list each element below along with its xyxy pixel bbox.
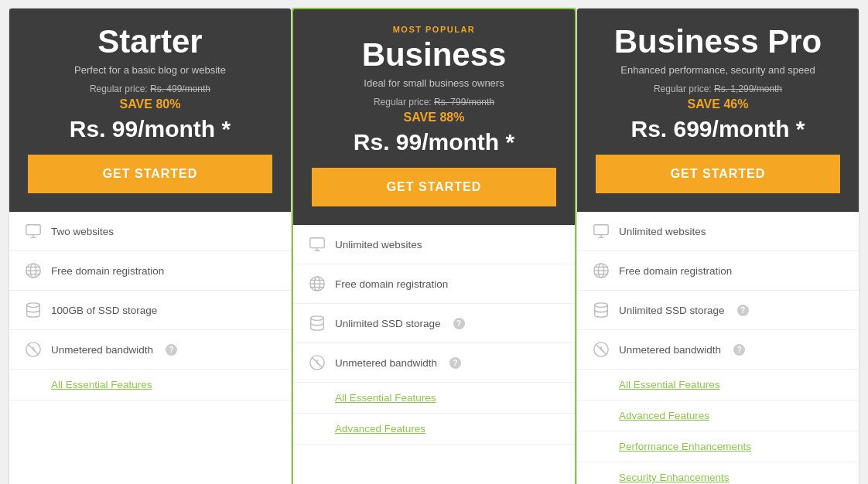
svg-rect-20 — [594, 225, 608, 235]
feature-link-all-essential-features[interactable]: All Essential Features — [9, 370, 291, 400]
domain-icon — [25, 262, 42, 279]
plan-tagline: Enhanced performance, security and speed — [596, 64, 840, 76]
plan-name: Business — [312, 37, 556, 73]
feature-item: Unlimited websites — [293, 225, 575, 264]
help-icon[interactable]: ? — [166, 344, 177, 356]
feature-link-advanced-features[interactable]: Advanced Features — [577, 400, 859, 431]
feature-item: Free domain registration — [577, 251, 859, 291]
domain-icon — [309, 275, 326, 292]
help-icon[interactable]: ? — [733, 344, 745, 356]
feature-text: Free domain registration — [51, 265, 164, 277]
plan-card-business: MOST POPULARBusinessIdeal for small busi… — [292, 8, 576, 484]
feature-item: Unmetered bandwidth? — [577, 330, 859, 370]
feature-item: Unlimited SSD storage? — [293, 304, 575, 343]
regular-price: Regular price: Rs. 499/month — [28, 84, 272, 94]
plan-features: Unlimited websites Free domain registrat… — [293, 225, 575, 445]
feature-text: Unlimited SSD storage — [335, 318, 441, 329]
svg-rect-10 — [310, 238, 324, 248]
feature-text: Unlimited SSD storage — [619, 305, 725, 316]
feature-item: Free domain registration — [9, 251, 291, 291]
svg-point-18 — [311, 316, 324, 321]
feature-text: Unmetered bandwidth — [335, 357, 437, 369]
get-started-button[interactable]: GET STARTED — [28, 155, 272, 193]
feature-link-security-enhancements[interactable]: Security Enhancements — [577, 462, 859, 484]
feature-item: Unlimited SSD storage? — [577, 291, 859, 330]
plan-features: Two websites Free domain registration 10… — [9, 212, 291, 400]
websites-icon — [25, 223, 42, 240]
feature-text: Unlimited websites — [335, 239, 422, 251]
storage-icon — [309, 315, 326, 332]
plan-tagline: Perfect for a basic blog or website — [28, 64, 272, 76]
current-price: Rs. 99/month * — [312, 129, 556, 155]
save-badge: SAVE 88% — [312, 111, 556, 124]
current-price: Rs. 699/month * — [596, 116, 840, 142]
plan-name: Starter — [28, 24, 272, 60]
current-price: Rs. 99/month * — [28, 116, 272, 142]
feature-link-all-essential-features[interactable]: All Essential Features — [577, 370, 859, 400]
save-badge: SAVE 80% — [28, 97, 272, 111]
storage-icon — [25, 302, 42, 319]
feature-text: Free domain registration — [619, 265, 732, 277]
feature-link-performance-enhancements[interactable]: Performance Enhancements — [577, 431, 859, 462]
bandwidth-icon — [309, 354, 326, 371]
feature-item: 100GB of SSD storage — [9, 291, 291, 330]
feature-link-advanced-features[interactable]: Advanced Features — [293, 414, 575, 445]
help-icon[interactable]: ? — [449, 357, 461, 369]
regular-price: Regular price: Rs. 799/month — [312, 97, 556, 107]
svg-rect-0 — [26, 225, 40, 235]
feature-text: Unmetered bandwidth — [619, 344, 721, 356]
feature-item: Unmetered bandwidth? — [293, 343, 575, 383]
plan-card-starter: StarterPerfect for a basic blog or websi… — [9, 8, 292, 484]
pricing-container: StarterPerfect for a basic blog or websi… — [9, 8, 859, 484]
feature-text: 100GB of SSD storage — [51, 305, 157, 316]
svg-point-8 — [27, 303, 40, 308]
plan-card-business-pro: Business ProEnhanced performance, securi… — [576, 8, 859, 484]
feature-item: Unmetered bandwidth? — [9, 330, 291, 370]
get-started-button[interactable]: GET STARTED — [596, 155, 840, 193]
domain-icon — [593, 262, 610, 279]
save-badge: SAVE 46% — [596, 97, 840, 111]
feature-text: Two websites — [51, 226, 114, 237]
get-started-button[interactable]: GET STARTED — [312, 168, 556, 206]
plan-header-business-pro: Business ProEnhanced performance, securi… — [577, 9, 859, 212]
plan-header-starter: StarterPerfect for a basic blog or websi… — [9, 9, 291, 212]
plan-features: Unlimited websites Free domain registrat… — [577, 212, 859, 484]
websites-icon — [309, 236, 326, 253]
feature-text: Unlimited websites — [619, 226, 706, 237]
regular-price: Regular price: Rs. 1,299/month — [596, 84, 840, 94]
feature-item: Free domain registration — [293, 264, 575, 304]
most-popular-badge: MOST POPULAR — [312, 25, 556, 34]
feature-text: Unmetered bandwidth — [51, 344, 153, 356]
bandwidth-icon — [593, 341, 610, 358]
help-icon[interactable]: ? — [453, 318, 465, 329]
feature-link-all-essential-features[interactable]: All Essential Features — [293, 383, 575, 414]
feature-item: Two websites — [9, 212, 291, 251]
plan-name: Business Pro — [596, 24, 840, 60]
websites-icon — [593, 223, 610, 240]
plan-header-business: MOST POPULARBusinessIdeal for small busi… — [293, 9, 575, 225]
svg-point-28 — [595, 303, 608, 308]
feature-item: Unlimited websites — [577, 212, 859, 251]
plan-tagline: Ideal for small business owners — [312, 77, 556, 89]
storage-icon — [593, 302, 610, 319]
help-icon[interactable]: ? — [737, 305, 749, 316]
feature-text: Free domain registration — [335, 278, 448, 290]
bandwidth-icon — [25, 341, 42, 358]
